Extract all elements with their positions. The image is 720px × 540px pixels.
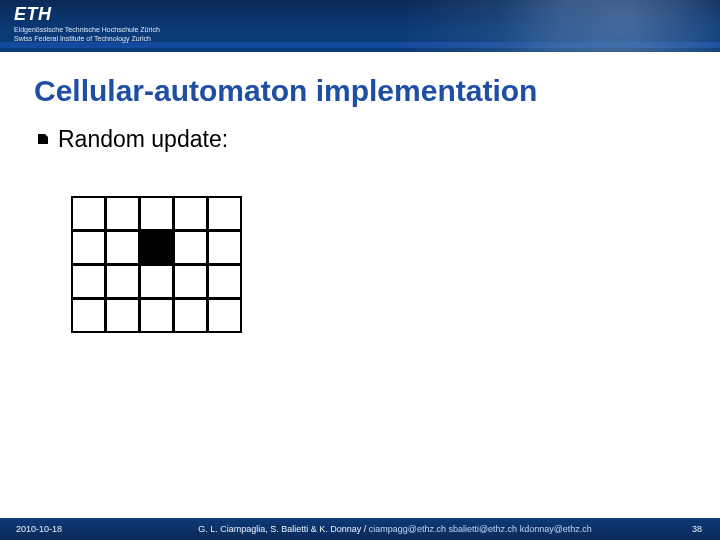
grid-cell — [139, 264, 174, 299]
footer-credits: G. L. Ciampaglia, S. Balietti & K. Donna… — [130, 524, 660, 534]
header-banner: ETH Eidgenössische Technische Hochschule… — [0, 0, 720, 52]
grid-cell — [173, 196, 208, 231]
eth-subline-en: Swiss Federal Institute of Technology Zu… — [14, 35, 160, 43]
footer-emails: ciampagg@ethz.ch sbalietti@ethz.ch kdonn… — [369, 524, 592, 534]
grid-cell — [139, 196, 174, 231]
grid-cell — [105, 298, 140, 333]
grid-cell — [207, 230, 242, 265]
eth-subline-de: Eidgenössische Technische Hochschule Zür… — [14, 26, 160, 34]
bullet-item: Random update: — [38, 126, 692, 153]
footer-date: 2010-10-18 — [0, 524, 130, 534]
grid-cell — [173, 298, 208, 333]
grid-cell-filled — [139, 230, 174, 265]
grid-cell — [173, 264, 208, 299]
grid-cell — [207, 264, 242, 299]
footer-authors: G. L. Ciampaglia, S. Balietti & K. Donna… — [198, 524, 366, 534]
grid-cell — [105, 230, 140, 265]
grid-cell — [71, 264, 106, 299]
grid-cell — [173, 230, 208, 265]
grid-cell — [71, 196, 106, 231]
grid-cell — [207, 196, 242, 231]
grid-cell — [105, 196, 140, 231]
eth-logo-text: ETH — [14, 4, 160, 25]
slide-footer: 2010-10-18 G. L. Ciampaglia, S. Balietti… — [0, 518, 720, 540]
slide-title: Cellular-automaton implementation — [34, 74, 692, 108]
grid-cell — [139, 298, 174, 333]
cellular-automaton-grid — [72, 197, 242, 333]
eth-logo-block: ETH Eidgenössische Technische Hochschule… — [14, 4, 160, 43]
bullet-marker-icon — [38, 134, 48, 144]
slide-content: Cellular-automaton implementation Random… — [0, 52, 720, 333]
footer-page-number: 38 — [660, 524, 720, 534]
grid-cell — [71, 298, 106, 333]
grid-cell — [105, 264, 140, 299]
grid-cell — [207, 298, 242, 333]
bullet-text: Random update: — [58, 126, 228, 153]
grid-cell — [71, 230, 106, 265]
cellular-automaton-grid-wrap — [72, 197, 692, 333]
